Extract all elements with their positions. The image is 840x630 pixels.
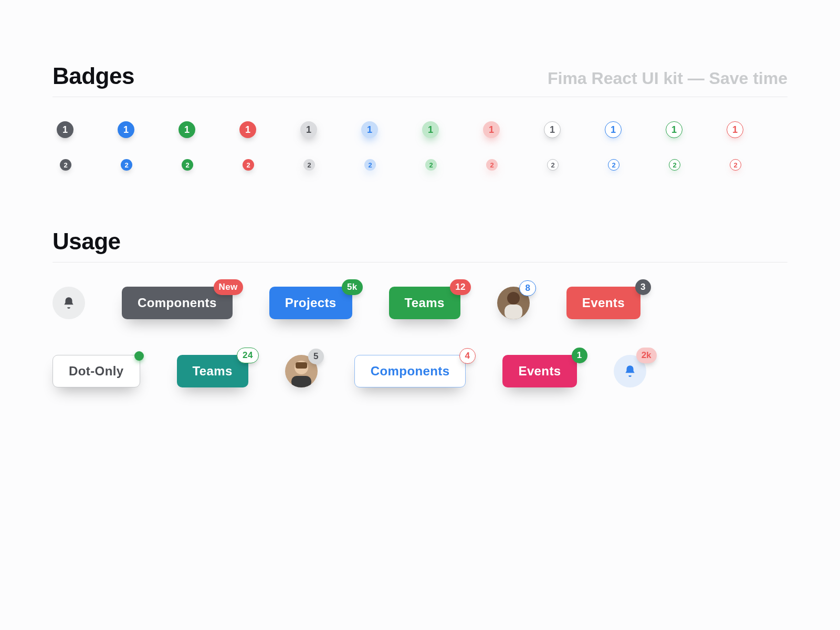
badge-sm-light-blue: 2 [364, 159, 376, 171]
chip-label: Events [582, 296, 625, 310]
usage-row-1: Components New Projects 5k Teams 12 8 Ev… [52, 287, 788, 319]
badge-count: 5k [342, 279, 363, 295]
badge-outline-green: 1 [666, 121, 682, 138]
section-subtitle: Fima React UI kit — Save time [548, 69, 788, 88]
badge-outline-blue: 1 [605, 121, 622, 138]
chip-label: Components [138, 296, 217, 310]
badge-new: New [214, 279, 243, 295]
badge-fill-green: 1 [178, 121, 195, 138]
svg-rect-6 [291, 376, 311, 387]
teams-button[interactable]: Teams 12 [389, 287, 460, 319]
avatar[interactable]: 5 [285, 355, 318, 387]
svg-rect-5 [296, 362, 307, 369]
badge-fill-blue: 1 [118, 121, 134, 138]
badge-count: 1 [572, 348, 587, 363]
badge-light-blue: 1 [361, 121, 378, 138]
chip-label: Events [518, 364, 561, 379]
badge-sm-fill-red: 2 [243, 159, 254, 171]
badge-outline-red: 1 [727, 121, 743, 138]
chip-label: Teams [405, 296, 445, 310]
chip-label: Components [371, 364, 450, 379]
section-title: Usage [52, 228, 121, 255]
chip-label: Teams [193, 364, 233, 379]
badge-count: 12 [450, 279, 471, 295]
badge-sm-outline-gray: 2 [547, 159, 559, 171]
bell-icon [623, 364, 637, 378]
badge-light-red: 1 [483, 121, 500, 138]
badge-count: 4 [459, 348, 476, 364]
components-button[interactable]: Components New [122, 287, 233, 319]
badge-sm-fill-blue: 2 [121, 159, 132, 171]
badge-count: 8 [519, 280, 536, 296]
badge-count: 24 [237, 348, 259, 363]
badge-sm-outline-blue: 2 [608, 159, 620, 171]
badge-count: 3 [635, 279, 651, 295]
dot-only-button[interactable]: Dot-Only [52, 355, 140, 387]
svg-point-1 [507, 292, 520, 304]
components-button[interactable]: Components 4 [354, 355, 466, 387]
badge-light-gray: 1 [300, 121, 317, 138]
chip-label: Projects [285, 296, 337, 310]
events-button[interactable]: Events 1 [502, 355, 576, 387]
badge-sm-light-green: 2 [425, 159, 437, 171]
badge-outline-gray: 1 [544, 121, 561, 138]
chip-label: Dot-Only [69, 364, 124, 379]
badge-fill-red: 1 [239, 121, 256, 138]
badge-light-green: 1 [422, 121, 439, 138]
notifications-button[interactable] [52, 287, 85, 319]
badge-row-small: 2 2 2 2 2 2 2 2 2 2 2 2 [52, 159, 788, 171]
svg-rect-2 [505, 304, 522, 319]
badge-sm-fill-gray: 2 [60, 159, 71, 171]
badge-count: 2k [636, 348, 657, 363]
badge-sm-outline-red: 2 [730, 159, 741, 171]
badge-sm-fill-green: 2 [182, 159, 193, 171]
badge-sm-light-red: 2 [486, 159, 498, 171]
usage-row-2: Dot-Only Teams 24 5 Components 4 Events … [52, 355, 788, 387]
events-button[interactable]: Events 3 [566, 287, 640, 319]
usage-header: Usage [52, 228, 788, 262]
badges-header: Badges Fima React UI kit — Save time [52, 63, 788, 97]
badge-dot [134, 351, 144, 361]
section-title: Badges [52, 63, 134, 89]
badge-sm-light-gray: 2 [303, 159, 315, 171]
badge-sm-outline-green: 2 [669, 159, 680, 171]
badge-row-large: 1 1 1 1 1 1 1 1 1 1 1 1 [52, 121, 788, 138]
avatar[interactable]: 8 [497, 287, 530, 319]
badge-fill-gray: 1 [57, 121, 74, 138]
badge-count: 5 [308, 349, 324, 364]
teams-button[interactable]: Teams 24 [177, 355, 248, 387]
notifications-button[interactable]: 2k [614, 355, 646, 387]
projects-button[interactable]: Projects 5k [269, 287, 352, 319]
bell-icon [62, 296, 76, 310]
